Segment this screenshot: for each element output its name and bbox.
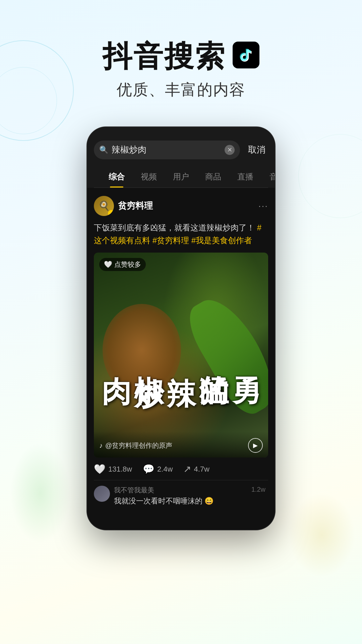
search-clear-button[interactable]: ✕ [225, 145, 235, 155]
sound-text: @贫穷料理创作的原声 [105, 441, 172, 450]
comments-section: 我不管我最美 我就没一次看时不咽唾沫的 😄 1.2w [94, 480, 268, 506]
comment-text: 我就没一次看时不咽唾沫的 😄 [114, 496, 247, 506]
video-thumbnail[interactable]: 🤍 点赞较多 勇的猛辣椒炒肉 ♪ @贫穷料理创作的原声 [94, 253, 268, 458]
likes-button[interactable]: 🤍 131.8w [94, 464, 132, 475]
more-options-button[interactable]: ··· [258, 201, 268, 211]
comment-row: 我不管我最美 我就没一次看时不咽唾沫的 😄 1.2w [94, 486, 268, 506]
content-area: 🍳 ✓ 贫穷料理 ··· 下饭菜到底有多凶猛，就看这道辣椒炒肉了！ #这个视频有… [87, 188, 275, 519]
hashtag-2[interactable]: #贫穷料理 [153, 236, 189, 245]
avatar: 🍳 ✓ [94, 196, 114, 216]
sound-info: ♪ @贫穷料理创作的原声 [99, 441, 172, 450]
post-main-text: 下饭菜到底有多凶猛，就看这道辣椒炒肉了！ [94, 223, 255, 232]
shares-button[interactable]: ↗ 4.7w [183, 464, 209, 475]
interaction-bar: 🤍 131.8w 💬 2.4w ↗ 4.7w [94, 458, 268, 480]
tab-综合[interactable]: 综合 [101, 166, 133, 187]
tiktok-logo-icon [233, 42, 259, 68]
shares-count: 4.7w [194, 465, 209, 474]
title-text: 抖音搜索 [103, 40, 226, 73]
tab-音[interactable]: 音 [261, 166, 275, 187]
search-bar-area: 🔍 辣椒炒肉 ✕ 取消 综合 视频 [87, 127, 275, 188]
search-query-text: 辣椒炒肉 [112, 144, 221, 156]
video-calligraphy-text: 勇的猛辣椒炒肉 [100, 352, 262, 358]
phone-container: 🔍 辣椒炒肉 ✕ 取消 综合 视频 [0, 120, 362, 530]
search-bar-row: 🔍 辣椒炒肉 ✕ 取消 [94, 141, 268, 159]
comments-count: 2.4w [157, 465, 173, 474]
tiktok-mini-icon: ♪ [99, 442, 103, 449]
comment-icon: 💬 [143, 464, 155, 475]
header-section: 抖音搜索 优质、丰富的内容 [0, 0, 362, 120]
likes-count: 131.8w [108, 465, 132, 474]
cancel-button[interactable]: 取消 [245, 144, 268, 156]
tab-视频[interactable]: 视频 [133, 166, 165, 187]
post-card: 🍳 ✓ 贫穷料理 ··· 下饭菜到底有多凶猛，就看这道辣椒炒肉了！ #这个视频有… [94, 196, 268, 506]
tab-商品[interactable]: 商品 [197, 166, 229, 187]
tab-用户[interactable]: 用户 [165, 166, 197, 187]
search-input-wrapper[interactable]: 🔍 辣椒炒肉 ✕ [94, 141, 240, 159]
hashtag-3[interactable]: #我是美食创作者 [191, 236, 252, 245]
post-user-info: 🍳 ✓ 贫穷料理 [94, 196, 153, 216]
phone-inner: 🔍 辣椒炒肉 ✕ 取消 综合 视频 [87, 127, 275, 530]
share-icon: ↗ [183, 464, 191, 475]
heart-icon: 🤍 [94, 464, 106, 475]
search-icon: 🔍 [99, 146, 108, 154]
tabs-row: 综合 视频 用户 商品 直播 音 [94, 166, 268, 188]
close-icon: ✕ [227, 146, 232, 154]
verified-badge: ✓ [108, 210, 114, 216]
commenter-avatar [94, 486, 110, 502]
commenter-name: 我不管我最美 [114, 486, 247, 495]
post-header: 🍳 ✓ 贫穷料理 ··· [94, 196, 268, 216]
comment-content: 我不管我最美 我就没一次看时不咽唾沫的 😄 [114, 486, 247, 506]
username[interactable]: 贫穷料理 [118, 200, 153, 212]
comments-button[interactable]: 💬 2.4w [143, 464, 173, 475]
subtitle: 优质、丰富的内容 [0, 79, 362, 100]
post-description: 下饭菜到底有多凶猛，就看这道辣椒炒肉了！ #这个视频有点料 #贫穷料理 #我是美… [94, 221, 268, 247]
play-button[interactable]: ▶ [248, 438, 263, 453]
phone-mockup: 🔍 辣椒炒肉 ✕ 取消 综合 视频 [87, 127, 275, 530]
comment-count: 1.2w [251, 486, 268, 493]
main-title: 抖音搜索 [0, 40, 362, 73]
tab-直播[interactable]: 直播 [229, 166, 261, 187]
video-bottom-bar: ♪ @贫穷料理创作的原声 ▶ [94, 431, 268, 458]
video-text-overlay: 勇的猛辣椒炒肉 [94, 253, 268, 458]
